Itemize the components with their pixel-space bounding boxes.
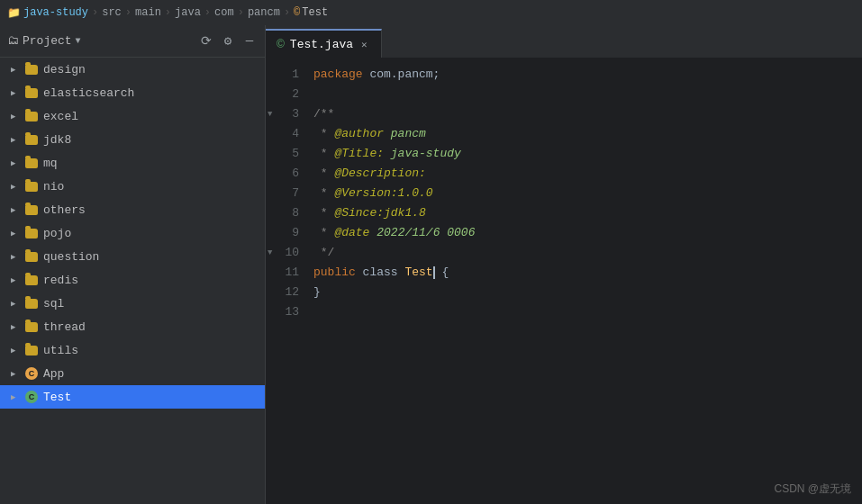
toolbar-icons: ⟳ ⚙ — — [198, 33, 258, 49]
sidebar-label-mq: mq — [43, 157, 58, 170]
token-title-tag: @Title: — [334, 145, 384, 164]
settings-icon[interactable]: ⚙ — [220, 33, 236, 49]
breadcrumb-test[interactable]: Test — [302, 6, 328, 19]
sidebar-item-nio[interactable]: ▶ nio — [0, 175, 265, 198]
arrow-icon: ▶ — [11, 392, 23, 402]
line-num-11: 11 — [266, 263, 306, 283]
sidebar-item-design[interactable]: ▶ design — [0, 58, 265, 81]
sidebar-label-jdk8: jdk8 — [43, 133, 71, 147]
token-author-val: pancm — [384, 125, 426, 144]
arrow-icon: ▶ — [11, 135, 23, 145]
code-line-1: package com.pancm; — [313, 65, 862, 85]
folder-icon-others — [23, 202, 40, 217]
line-num-10: ▼10 — [266, 243, 306, 263]
sidebar-toolbar: 🗂 Project ▼ ⟳ ⚙ — — [0, 25, 265, 58]
line-num-9: 9 — [266, 223, 306, 243]
line-numbers: 1 2 ▼3 4 5 6 7 8 9 ▼10 11 12 13 — [266, 58, 306, 504]
line-num-6: 6 — [266, 164, 306, 184]
sidebar-item-utils[interactable]: ▶ utils — [0, 338, 265, 362]
arrow-icon: ▶ — [11, 299, 23, 309]
arrow-icon: ▶ — [11, 229, 23, 238]
code-line-9: * @date 2022/11/6 0006 — [313, 223, 862, 243]
sidebar-label-test: Test — [43, 391, 71, 404]
folder-icon-sql — [23, 296, 40, 310]
sidebar-content: ▶ design ▶ elasticsearch ▶ excel ▶ jdk8 … — [0, 58, 265, 504]
line-num-13: 13 — [266, 302, 306, 322]
sidebar-item-mq[interactable]: ▶ mq — [0, 151, 265, 175]
arrow-icon: ▶ — [11, 182, 23, 192]
arrow-icon: ▶ — [11, 88, 23, 98]
fold-icon-3[interactable]: ▼ — [268, 108, 272, 121]
token-package: package — [313, 66, 363, 85]
code-editor[interactable]: 1 2 ▼3 4 5 6 7 8 9 ▼10 11 12 13 — [266, 58, 862, 504]
tab-test-java[interactable]: © Test.java ✕ — [266, 29, 382, 58]
line-num-2: 2 — [266, 85, 306, 104]
breadcrumb-java[interactable]: java — [175, 6, 201, 19]
sidebar-label-question: question — [43, 250, 99, 264]
token-star-8: * — [313, 204, 334, 223]
arrow-icon: ▶ — [11, 65, 23, 75]
code-line-10: */ — [313, 243, 862, 263]
sidebar-label-nio: nio — [43, 180, 64, 194]
folder-icon-pojo — [23, 226, 40, 240]
token-desc-tag: @Description: — [334, 165, 425, 184]
breadcrumb: 📁 java-study › src › main › java › com ›… — [0, 0, 862, 25]
sidebar-label-utils: utils — [43, 344, 78, 357]
sidebar-item-test[interactable]: ▶ C Test — [0, 385, 265, 409]
sidebar-item-jdk8[interactable]: ▶ jdk8 — [0, 128, 265, 151]
sidebar-label-others: others — [43, 203, 86, 217]
breadcrumb-pancm[interactable]: pancm — [248, 6, 280, 19]
arrow-icon: ▶ — [11, 158, 23, 168]
arrow-icon: ▶ — [11, 346, 23, 356]
breadcrumb-com[interactable]: com — [214, 6, 234, 19]
token-brace-close: } — [313, 284, 321, 302]
token-star-5: * — [313, 145, 334, 164]
folder-icon-design — [23, 62, 40, 76]
tab-close-button[interactable]: ✕ — [358, 38, 370, 51]
line-num-7: 7 — [266, 184, 306, 203]
sidebar-label-app: App — [43, 367, 64, 381]
sidebar: 🗂 Project ▼ ⟳ ⚙ — ▶ design ▶ elasticsear… — [0, 25, 266, 504]
code-line-6: * @Description: — [313, 164, 862, 184]
tab-label: Test.java — [290, 38, 353, 51]
sidebar-item-app[interactable]: ▶ C App — [0, 362, 265, 385]
sidebar-item-sql[interactable]: ▶ sql — [0, 292, 265, 315]
sidebar-label-excel: excel — [43, 110, 78, 123]
sidebar-item-excel[interactable]: ▶ excel — [0, 104, 265, 128]
token-star-9: * — [313, 224, 334, 243]
sidebar-item-thread[interactable]: ▶ thread — [0, 315, 265, 338]
minimize-icon[interactable]: — — [241, 33, 258, 49]
sync-icon[interactable]: ⟳ — [198, 33, 214, 49]
token-brace-open: { — [435, 264, 449, 283]
sidebar-label-elasticsearch: elasticsearch — [43, 86, 134, 100]
breadcrumb-class-icon: © — [294, 6, 300, 19]
token-star-6: * — [313, 165, 334, 184]
folder-icon-mq — [23, 156, 40, 170]
class-icon-app: C — [23, 366, 40, 381]
sidebar-label-redis: redis — [43, 274, 78, 287]
folder-icon-nio — [23, 179, 40, 194]
sidebar-item-redis[interactable]: ▶ redis — [0, 268, 265, 292]
line-num-3: ▼3 — [266, 104, 306, 124]
token-author-tag: @author — [334, 125, 384, 144]
project-label[interactable]: 🗂 Project ▼ — [7, 34, 81, 48]
sidebar-item-others[interactable]: ▶ others — [0, 198, 265, 221]
fold-icon-10[interactable]: ▼ — [268, 247, 272, 259]
sidebar-item-question[interactable]: ▶ question — [0, 245, 265, 268]
sidebar-label-thread: thread — [43, 320, 86, 334]
code-line-2 — [313, 85, 862, 104]
breadcrumb-src[interactable]: src — [102, 6, 122, 19]
token-javadoc-close: */ — [313, 244, 334, 263]
breadcrumb-project[interactable]: java-study — [23, 6, 88, 19]
sidebar-item-pojo[interactable]: ▶ pojo — [0, 221, 265, 245]
token-title-val: java-study — [384, 145, 461, 164]
main-area: 🗂 Project ▼ ⟳ ⚙ — ▶ design ▶ elasticsear… — [0, 25, 862, 504]
folder-icon-question — [23, 249, 40, 264]
class-icon-test: C — [23, 390, 40, 404]
folder-icon-redis — [23, 273, 40, 287]
breadcrumb-main[interactable]: main — [135, 6, 161, 19]
token-star-4: * — [313, 125, 334, 144]
sidebar-item-elasticsearch[interactable]: ▶ elasticsearch — [0, 81, 265, 104]
code-line-13 — [313, 302, 862, 322]
code-content[interactable]: package com.pancm; /** * @author pancm — [306, 58, 862, 504]
